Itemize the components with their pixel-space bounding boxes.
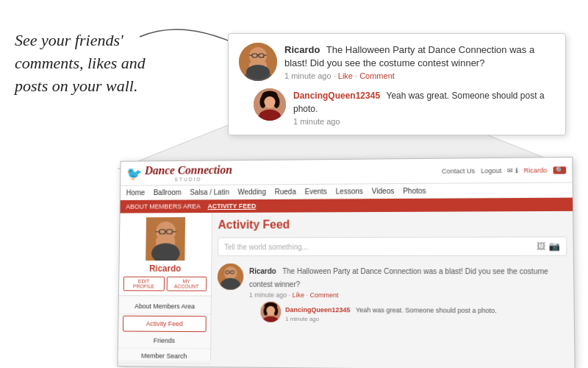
feed-post-content: Ricardo The Halloween Party at Dance Con… [249,263,568,324]
sidebar-profile: Ricardo EDIT PROFILE MY ACCOUNT [119,213,212,296]
nav-wedding[interactable]: Wedding [237,188,266,196]
nav-events[interactable]: Events [305,188,327,196]
feed-reply-meta: 1 minute ago [285,316,497,324]
feed-reply-content: DancingQueen12345 Yeah was great. Someon… [285,302,497,324]
popup-reply-content: DancingQueen12345 Yeah was great. Someon… [293,88,555,126]
feed-post-meta: 1 minute ago · Like · Comment [249,291,567,300]
popup-callout: Ricardo The Halloween Party at Dance Con… [228,33,566,135]
nav-home[interactable]: Home [126,188,146,197]
logo-bird-icon: 🐦 [126,166,142,182]
feed-post-text: The Halloween Party at Dance Connection … [249,267,548,289]
feed-reply-avatar [260,302,281,322]
svg-point-6 [246,65,270,79]
nav-ballroom[interactable]: Ballroom [154,188,182,197]
logo-studio: STUDIO [145,177,232,183]
sidebar-item-friends[interactable]: Friends [118,333,211,349]
popup-post: Ricardo The Halloween Party at Dance Con… [239,43,555,81]
svg-point-41 [266,306,275,315]
feed-reply-username: DancingQueen12345 [285,306,350,314]
popup-post-username: Ricardo [284,44,320,55]
sidebar-item-about[interactable]: About Members Area [118,299,210,314]
feed-reply-text: Yeah was great. Someone should post a ph… [356,306,497,314]
feed-post-username: Ricardo [249,267,276,275]
popup-post-content: Ricardo The Halloween Party at Dance Con… [284,43,555,80]
svg-point-4 [251,49,265,63]
main-content: Ricardo EDIT PROFILE MY ACCOUNT About Me… [118,211,575,364]
sidebar-item-member-search[interactable]: Member Search [118,348,210,364]
svg-point-18 [264,96,275,107]
popup-post-avatar [239,43,277,81]
sidebar: Ricardo EDIT PROFILE MY ACCOUNT About Me… [118,213,212,361]
logout-link[interactable]: Logout [481,166,501,174]
feed-like-link[interactable]: Like [293,291,304,299]
feed-comment-link[interactable]: Comment [310,291,339,299]
nav-lessons[interactable]: Lessons [336,187,363,195]
top-right-links: Contact Us Logout ✉ ℹ Ricardo 🔍 [442,166,566,174]
sub-nav-about[interactable]: ABOUT MEMBERS AREA [126,202,201,210]
feed-input-placeholder: Tell the world something... [224,243,308,251]
popup-reply: DancingQueen12345 Yeah was great. Someon… [254,88,555,126]
sidebar-item-messages[interactable]: Messages [118,364,210,368]
sidebar-buttons: EDIT PROFILE MY ACCOUNT [123,277,207,291]
sub-nav-activity[interactable]: ACTIVITY FEED [208,202,257,210]
search-icon[interactable]: 🔍 [553,166,567,174]
feed-post: Ricardo The Halloween Party at Dance Con… [217,263,567,324]
logo-name: Dance Connection [145,163,232,177]
feed-reply: DancingQueen12345 Yeah was great. Someon… [260,302,567,324]
popup-comment-link[interactable]: Comment [359,71,395,80]
app-window: 🐦 Dance Connection STUDIO Contact Us Log… [117,157,575,368]
feed-post-avatar [218,263,244,290]
camera-icon[interactable]: 📷 [548,241,560,251]
nav-rueda[interactable]: Rueda [275,188,296,196]
logo-area: 🐦 Dance Connection STUDIO [126,163,232,183]
top-bar: 🐦 Dance Connection STUDIO Contact Us Log… [121,158,573,186]
my-account-button[interactable]: MY ACCOUNT [166,277,207,291]
feed-input-bar[interactable]: Tell the world something... 🖼 📷 [218,236,567,256]
feed-area: Activity Feed Tell the world something..… [211,211,575,364]
feed-title: Activity Feed [218,217,567,232]
popup-like-link[interactable]: Like [338,71,353,80]
nav-videos[interactable]: Videos [372,187,394,195]
contact-link[interactable]: Contact Us [442,167,475,174]
popup-reply-meta: 1 minute ago [293,117,555,126]
nav-salsa[interactable]: Salsa / Latin [190,188,229,197]
sidebar-avatar [146,217,185,261]
edit-profile-button[interactable]: EDIT PROFILE [123,277,165,291]
nav-photos[interactable]: Photos [403,187,426,195]
sidebar-username: Ricardo [149,263,181,274]
sidebar-menu: About Members Area Activity Feed Friends… [118,296,211,368]
top-username: Ricardo [523,166,547,174]
sidebar-item-activity[interactable]: Activity Feed [123,316,207,332]
popup-reply-avatar [254,88,286,121]
popup-reply-username: DancingQueen12345 [293,91,380,101]
feed-input-icons: 🖼 📷 [537,241,560,251]
popup-post-meta: 1 minute ago · Like · Comment [284,71,555,80]
popup-post-message: The Halloween Party at Dance Connection … [284,44,534,68]
image-icon[interactable]: 🖼 [537,241,546,252]
